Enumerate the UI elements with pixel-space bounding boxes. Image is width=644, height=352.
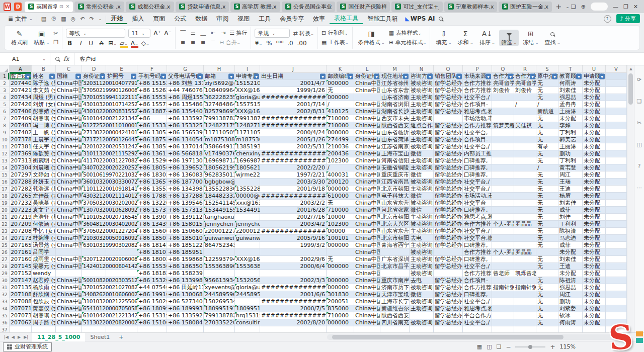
cell[interactable]: +86 15106786 (137, 319, 167, 326)
cell[interactable]: 124827175 (235, 122, 260, 129)
cell[interactable]: 有录 (536, 143, 558, 150)
cell[interactable]: 10000 (327, 214, 354, 221)
cell[interactable]: 207403 (10, 122, 32, 129)
cell[interactable] (514, 214, 536, 221)
cell[interactable]: 2002/5/31 (260, 143, 327, 150)
cell[interactable]: China中国 (354, 319, 380, 326)
cell[interactable] (606, 157, 627, 164)
cell[interactable] (514, 150, 536, 157)
filter-dropdown-icon[interactable]: ▼ (456, 73, 462, 79)
cell[interactable]: +86 1859518772 (167, 249, 204, 256)
cell[interactable]: 北京市朝阳 (380, 214, 410, 221)
sum-button[interactable]: Σ 求和 ⌄ (455, 30, 475, 46)
cell[interactable]: 270335220 (204, 319, 235, 326)
cell[interactable]: 400031 (327, 171, 354, 179)
cell[interactable]: China中国 (354, 143, 380, 150)
cell[interactable]: 留学总经办 (434, 171, 463, 179)
cell[interactable]: China中国 (56, 171, 82, 179)
undo-icon[interactable]: ↶ (80, 16, 85, 22)
cell[interactable]: 刘佳 (558, 214, 583, 221)
cell[interactable]: 黄嘉仪 (女 (32, 305, 56, 312)
cell[interactable]: 亮哥留学 (492, 80, 514, 87)
cell[interactable]: 被动咨询 (410, 270, 434, 277)
row-number[interactable]: 30 (0, 277, 10, 284)
column-header-I[interactable]: I (235, 65, 260, 73)
cell[interactable]: 110112200109181419 (82, 186, 137, 193)
cell[interactable] (492, 263, 514, 270)
cell[interactable]: 蒯玏 (558, 298, 583, 305)
cell[interactable]: 个人-罗晶 (492, 249, 514, 256)
cell[interactable] (492, 193, 514, 200)
row-number[interactable]: 3 (0, 87, 10, 94)
column-header-E[interactable]: E (106, 65, 137, 73)
cell[interactable]: 留学总经办 (434, 284, 463, 291)
cell[interactable]: 个人-罗晶 (492, 221, 514, 228)
cell[interactable]: 2001/7/14 (260, 101, 327, 108)
cell[interactable]: +86 1863505000 (167, 263, 204, 270)
cell[interactable]: 口碑推荐, (463, 171, 492, 179)
cell[interactable] (137, 326, 167, 332)
row-number[interactable]: 14 (0, 164, 10, 171)
cell[interactable]: 430102200208315525 (82, 108, 137, 115)
format-painter-button[interactable]: ✎ 格式刷 (9, 30, 30, 46)
cell[interactable]: 留学总经办 (434, 129, 463, 136)
redo-icon[interactable]: ↷ (89, 16, 94, 22)
column-header-L[interactable]: L (354, 65, 380, 73)
font-color-button[interactable]: A⌄ (131, 40, 138, 47)
cell[interactable]: 138519326 (235, 143, 260, 150)
cell[interactable]: 被动咨询 (410, 284, 434, 291)
cell[interactable]: 无 (536, 312, 558, 319)
cell[interactable]: 无 (536, 298, 558, 305)
cell[interactable]: bgbgbow@ (204, 179, 235, 186)
cell[interactable]: China中国 (56, 193, 82, 200)
cell[interactable] (583, 326, 606, 332)
cell[interactable] (235, 326, 260, 332)
align-center-icon[interactable]: ≡ (189, 39, 196, 46)
cell[interactable] (492, 305, 514, 312)
cell[interactable] (606, 186, 627, 193)
cell[interactable]: 000000 (327, 129, 354, 136)
percent-icon[interactable]: % (265, 40, 273, 47)
cell[interactable]: 刘俊伶 (514, 87, 536, 94)
row-number[interactable]: 7 (0, 115, 10, 122)
paste-button[interactable]: ▣ 粘贴 ⌄ (32, 30, 51, 46)
cell[interactable]: 207219 (10, 214, 32, 221)
cell[interactable]: 合作项目- (463, 136, 492, 143)
cell[interactable]: 留学总经办 (434, 221, 463, 228)
cell[interactable] (606, 87, 627, 94)
more-icon[interactable]: ⋯ (636, 185, 642, 191)
cell[interactable]: +86 15536380 (137, 263, 167, 270)
cell[interactable]: 无 (536, 87, 558, 94)
cell[interactable] (434, 270, 463, 277)
cell[interactable]: 无 (536, 193, 558, 200)
number-format-select[interactable]: 常规⌄ (255, 29, 290, 38)
tab-list-chevron-icon[interactable]: ⌄ (564, 4, 571, 9)
cell[interactable]: 825798695 (204, 108, 235, 115)
cell[interactable]: 310113200211152925 (82, 150, 137, 157)
header-cell[interactable]: 市场来源▼ (463, 73, 492, 80)
cell[interactable]: 周煜 (男) (32, 94, 56, 101)
cell[interactable]: China中国 (354, 291, 380, 298)
cell[interactable]: xxx@163.c (235, 200, 260, 207)
minimize-button[interactable]: — (613, 4, 618, 10)
cell[interactable]: 江苏省徐州 (380, 80, 410, 87)
clear-format-button[interactable]: ◇⌄ (141, 40, 149, 47)
filter-dropdown-icon[interactable]: ▼ (576, 73, 582, 79)
cell[interactable] (606, 291, 627, 298)
print-preview-icon[interactable]: ◎ (71, 16, 76, 22)
cell[interactable]: 未分配 (583, 270, 606, 277)
cell[interactable]: 200051 (327, 298, 354, 305)
increase-font-icon[interactable]: A⁺ (153, 30, 161, 37)
cell[interactable]: +86 15319918 (137, 312, 167, 319)
header-cell[interactable]: 身份证号▼ (82, 73, 106, 80)
cell[interactable] (606, 101, 627, 108)
row-number[interactable]: 16 (0, 179, 10, 186)
cell[interactable] (235, 179, 260, 186)
cell[interactable]: China中国 (354, 157, 380, 164)
wrap-text-button[interactable]: ☲ 换行 (229, 29, 247, 37)
filter-dropdown-icon[interactable]: ▼ (403, 73, 409, 79)
row-number[interactable]: 23 (0, 228, 10, 235)
cell[interactable] (514, 179, 536, 186)
bold-button[interactable]: B (66, 40, 73, 47)
cell[interactable]: 青海省西宁 (380, 242, 410, 249)
